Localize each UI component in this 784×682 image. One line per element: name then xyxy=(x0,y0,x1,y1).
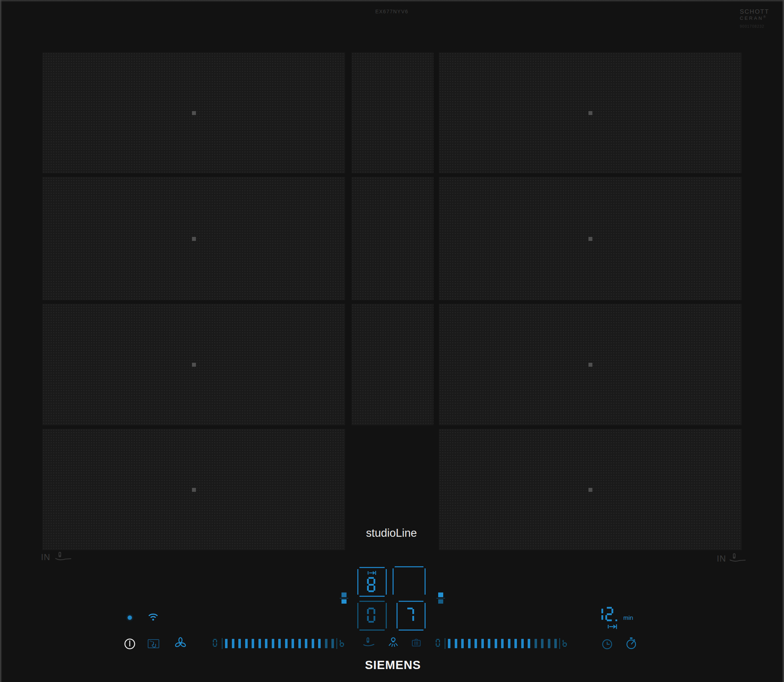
stopwatch-icon[interactable] xyxy=(625,637,638,650)
wipe-protection-icon[interactable] xyxy=(147,639,160,649)
glass-brand-line2: CERAN® xyxy=(740,16,776,21)
zone-power-digit xyxy=(367,577,378,594)
slider-bar xyxy=(258,639,261,648)
slider-tick xyxy=(222,638,223,649)
registered-mark: ® xyxy=(763,15,766,19)
zone-center-marker xyxy=(588,237,593,241)
cooktop-surface: EX677NYV6 SCHOTT CERAN® 9001708232 IN IN… xyxy=(0,0,784,682)
slider-bar xyxy=(232,639,234,648)
wifi-icon[interactable] xyxy=(147,613,159,622)
slider-bar xyxy=(548,639,550,648)
zone-power-digit xyxy=(406,607,416,624)
slider-bar xyxy=(238,639,241,648)
slider-bars xyxy=(225,639,334,648)
pan-sensor-icon xyxy=(729,553,748,564)
transfer-arrow-icon xyxy=(367,570,377,575)
model-number: EX677NYV6 xyxy=(375,9,408,14)
cooking-zone-panel xyxy=(352,53,433,173)
slider-bar xyxy=(475,639,477,648)
slider-bar xyxy=(278,639,281,648)
slider-bar xyxy=(292,639,294,648)
slider-tick xyxy=(559,638,560,649)
in-marking-right: IN xyxy=(717,554,726,564)
slider-bar xyxy=(298,639,301,648)
cooking-zone-panel xyxy=(439,53,742,173)
fan-icon[interactable] xyxy=(174,637,187,650)
zone-display-back-left[interactable] xyxy=(357,567,387,597)
zone-center-marker xyxy=(192,111,196,115)
slider-bar xyxy=(501,639,504,648)
slider-bar xyxy=(508,639,510,648)
in-marking-left: IN xyxy=(41,552,50,562)
pan-sensor-icon[interactable] xyxy=(362,637,375,649)
slider-bar xyxy=(481,639,484,648)
zone-display-back-right[interactable] xyxy=(392,566,425,597)
glass-brand-line1: SCHOTT xyxy=(740,9,776,16)
clock-icon[interactable] xyxy=(601,638,613,650)
power-slider-left[interactable] xyxy=(213,637,346,650)
slider-bar xyxy=(305,639,308,648)
slider-bar xyxy=(285,639,288,648)
slider-max-label xyxy=(340,639,346,648)
slider-bar xyxy=(495,639,497,648)
slider-bar xyxy=(325,639,327,648)
slider-bar xyxy=(515,639,517,648)
cooking-zone-panel xyxy=(439,429,742,550)
slider-bar xyxy=(448,639,450,648)
slider-bar xyxy=(528,639,530,648)
slider-bar xyxy=(535,639,537,648)
slider-tick xyxy=(336,638,337,649)
zone-display-front-left[interactable] xyxy=(357,601,387,631)
slider-bar xyxy=(265,639,268,648)
slider-bar xyxy=(541,639,543,648)
cooking-zone-panel xyxy=(439,177,742,300)
power-icon[interactable] xyxy=(124,638,136,650)
slider-bar xyxy=(488,639,490,648)
cooking-zone-panel xyxy=(42,177,345,300)
glass-edge-top xyxy=(0,0,784,2)
power-indicator-dot xyxy=(127,615,132,620)
glass-serial-number: 9001708232 xyxy=(740,24,776,29)
transfer-arrow-icon xyxy=(607,623,618,630)
timer-unit: min xyxy=(623,614,633,621)
timer-display: min xyxy=(599,607,633,621)
slider-bar xyxy=(318,639,321,648)
slider-bar xyxy=(272,639,274,648)
slider-bar xyxy=(252,639,254,648)
zone-center-marker xyxy=(192,363,196,367)
timer-value xyxy=(599,607,620,621)
cooking-zone-panel xyxy=(42,53,345,173)
slider-tick xyxy=(445,638,445,649)
zone-center-marker xyxy=(588,111,593,115)
cooking-zone-panel xyxy=(42,304,345,425)
slider-min-label xyxy=(436,639,442,648)
siemens-logo: SIEMENS xyxy=(365,658,421,672)
slider-min-label xyxy=(213,639,219,648)
cooking-zone-panel xyxy=(352,177,433,300)
glass-edge-right xyxy=(782,0,784,682)
cooking-zone-panel xyxy=(439,304,742,425)
cooking-zone-panel xyxy=(352,304,433,425)
zone-center-marker xyxy=(192,488,196,492)
slider-bars xyxy=(448,639,557,648)
slider-bar xyxy=(245,639,248,648)
hood-light-icon[interactable] xyxy=(387,636,400,649)
zone-center-marker xyxy=(192,237,196,241)
slider-bar xyxy=(521,639,524,648)
slider-bar xyxy=(331,639,334,648)
pan-indicator-icon xyxy=(437,593,445,604)
slider-bar xyxy=(468,639,470,648)
cooking-zone-panel xyxy=(42,429,345,550)
slider-bar xyxy=(461,639,464,648)
slider-bar xyxy=(312,639,314,648)
slider-bar xyxy=(554,639,557,648)
zone-display-front-right[interactable] xyxy=(397,601,425,631)
power-slider-right[interactable] xyxy=(436,637,569,650)
glass-edge-left xyxy=(0,0,2,682)
fryer-basket-icon[interactable] xyxy=(411,637,422,649)
pan-sensor-icon xyxy=(55,551,73,562)
zone-power-digit xyxy=(367,607,378,624)
pan-indicator-icon xyxy=(340,593,348,604)
glass-brand-logo: SCHOTT CERAN® 9001708232 xyxy=(740,9,776,29)
slider-bar xyxy=(225,639,228,648)
